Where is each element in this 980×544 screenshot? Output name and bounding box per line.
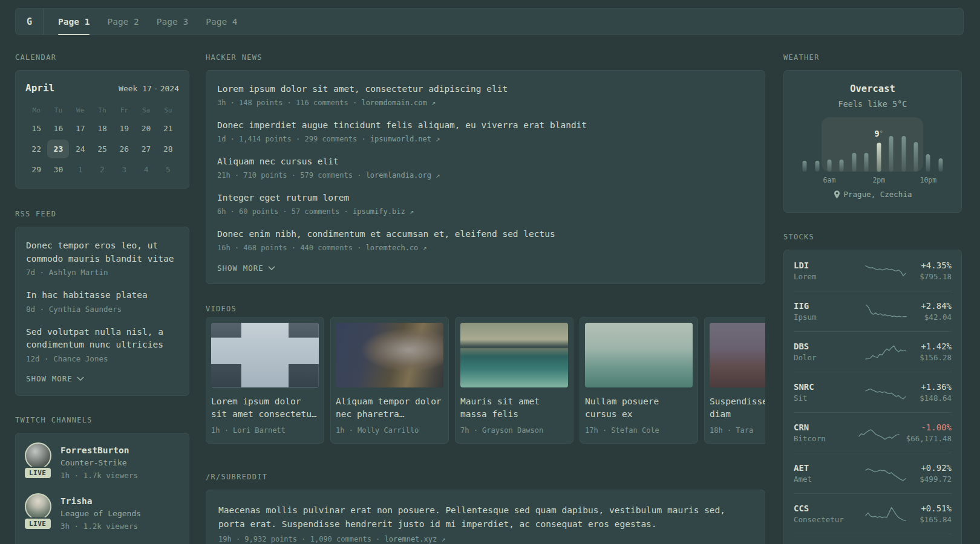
rss-section-label: RSS FEED — [15, 210, 189, 218]
hn-item-link[interactable]: loremdomain.com ↗ — [361, 99, 436, 107]
sparkline — [852, 343, 920, 361]
video-carousel: Lorem ipsum dolor sit amet consectetu… 1… — [206, 317, 765, 444]
calendar-year: 2024 — [160, 84, 179, 93]
hn-meta-text: 1d · 1,414 points · 299 comments · — [217, 135, 370, 143]
stock-change: +1.42% — [920, 340, 952, 352]
hn-item-title[interactable]: Lorem ipsum dolor sit amet, consectetur … — [217, 83, 754, 96]
tab-page-4[interactable]: Page 4 — [206, 8, 237, 34]
stock-price: $156.28 — [920, 352, 952, 363]
video-title[interactable]: Nullam posuere cursus ex — [585, 395, 693, 421]
stock-row[interactable]: AET Amet +0.92% $499.72 — [794, 453, 952, 493]
hour-label: 10pm — [920, 176, 937, 184]
stock-name: Dolor — [794, 352, 852, 363]
avatar[interactable] — [25, 493, 51, 520]
stock-price: $165.84 — [920, 514, 952, 525]
calendar-day-next-month: 2 — [91, 159, 113, 180]
rss-item: In hac habitasse platea 8d · Cynthia Sau… — [26, 289, 178, 315]
twitch-category[interactable]: Counter-Strike — [60, 456, 138, 470]
hn-item: Aliquam nec cursus elit 21h · 710 points… — [217, 155, 754, 181]
stock-row[interactable]: CCS Consectetur +0.51% $165.84 — [794, 493, 952, 534]
tab-page-2[interactable]: Page 2 — [107, 8, 139, 34]
sparkline — [852, 302, 921, 320]
avatar[interactable] — [25, 442, 51, 469]
calendar-separator-dot: · — [154, 84, 158, 93]
stock-change: +4.35% — [920, 259, 952, 271]
stock-name: Sit — [794, 393, 852, 404]
calendar-day: 27 — [135, 138, 157, 159]
stock-row[interactable]: IIG Ipsum +2.84% $42.04 — [794, 291, 952, 331]
tab-page-1[interactable]: Page 1 — [58, 8, 90, 34]
video-thumbnail[interactable] — [710, 323, 765, 387]
video-thumbnail[interactable] — [211, 323, 319, 387]
hn-item: Donec enim nibh, condimentum et accumsan… — [217, 228, 754, 254]
stock-ticker: SNRC — [794, 381, 852, 393]
rss-item: Sed volutpat nulla nisl, a condimentum n… — [26, 326, 178, 364]
hn-card: Lorem ipsum dolor sit amet, consectetur … — [206, 70, 765, 284]
calendar-day: 22 — [25, 138, 47, 159]
stock-name: Amet — [794, 474, 852, 485]
hn-item-title[interactable]: Donec enim nibh, condimentum et accumsan… — [217, 228, 754, 241]
subreddit-section-label: /R/SUBREDDIT — [206, 473, 765, 481]
calendar-day: 29 — [25, 159, 47, 180]
rss-item-title[interactable]: In hac habitasse platea — [26, 289, 178, 302]
weather-bar: 9° — [872, 117, 884, 172]
hour-label: 6am — [823, 176, 836, 184]
twitch-avatar-wrap: LIVE — [25, 442, 51, 482]
subreddit-card: Maecenas mollis pulvinar erat non posuer… — [206, 490, 765, 544]
stock-row[interactable]: SNRC Sit +1.36% $148.64 — [794, 372, 952, 412]
weather-hourly-chart: 9° — [799, 117, 947, 172]
calendar-widget: CALENDAR April Week 17·2024 Mo Tu We Th … — [15, 53, 189, 189]
tab-page-3[interactable]: Page 3 — [157, 8, 188, 34]
weather-bar — [897, 117, 909, 172]
weekday-label: Sa — [135, 102, 157, 118]
calendar-day: 17 — [70, 118, 91, 138]
rss-show-more-button[interactable]: SHOW MORE — [26, 374, 178, 383]
hn-item-title[interactable]: Integer eget rutrum lorem — [217, 192, 754, 204]
hn-meta-text: 3h · 148 points · 116 comments · — [217, 99, 361, 107]
sparkline — [852, 424, 906, 442]
video-title[interactable]: Lorem ipsum dolor sit amet consectetu… — [211, 395, 319, 421]
rss-item-title[interactable]: Sed volutpat nulla nisl, a condimentum n… — [26, 326, 178, 352]
live-badge: LIVE — [24, 517, 52, 530]
hn-show-more-button[interactable]: SHOW MORE — [217, 264, 754, 273]
stock-row[interactable]: LDI Lorem +4.35% $795.18 — [794, 250, 952, 291]
current-temp-label: 9° — [875, 129, 883, 138]
video-title[interactable]: Mauris sit amet massa felis — [460, 395, 568, 421]
video-thumbnail[interactable] — [460, 323, 568, 387]
weather-bar — [799, 117, 811, 172]
video-thumbnail[interactable] — [336, 323, 443, 387]
twitch-category[interactable]: League of Legends — [60, 507, 141, 520]
hn-item-link[interactable]: loremlandia.org ↗ — [366, 171, 440, 180]
reddit-post-link[interactable]: loremnet.xyz ↗ — [385, 535, 446, 543]
stock-row[interactable]: AHS +0.46% — [794, 534, 952, 544]
hn-item-link[interactable]: ipsumify.biz ↗ — [353, 207, 414, 216]
rss-card: Donec tempor eros leo, ut commodo mauris… — [15, 227, 189, 396]
logo-button[interactable]: G — [16, 8, 44, 34]
video-title[interactable]: Suspendisse potenti diam — [710, 395, 765, 421]
hn-item-link[interactable]: ipsumworld.net ↗ — [370, 135, 440, 143]
twitch-viewers: 1h · 1.7k viewers — [60, 470, 138, 482]
calendar-month: April — [25, 82, 54, 95]
rss-item-meta: 7d · Ashlyn Martin — [26, 267, 178, 278]
rss-item-meta: 8d · Cynthia Saunders — [26, 303, 178, 315]
stock-row[interactable]: CRN Bitcorn -1.00% $66,171.48 — [794, 412, 952, 453]
stock-ticker: DBS — [794, 340, 852, 352]
hn-item-title[interactable]: Aliquam nec cursus elit — [217, 155, 754, 168]
hn-item-title[interactable]: Donec imperdiet augue tincidunt felis al… — [217, 119, 754, 132]
stock-row[interactable]: DBS Dolor +1.42% $156.28 — [794, 331, 952, 372]
weather-condition: Overcast — [796, 83, 949, 95]
twitch-channel-name[interactable]: ForrestBurton — [60, 442, 138, 456]
rss-item-meta: 12d · Chance Jones — [26, 353, 178, 364]
hn-item-link[interactable]: loremtech.co ↗ — [366, 244, 427, 252]
twitch-channel-name[interactable]: Trisha — [60, 493, 141, 507]
video-title[interactable]: Aliquam tempor dolor nec pharetra… — [336, 395, 443, 421]
calendar-day: 18 — [91, 118, 113, 138]
stock-ticker: CRN — [794, 421, 852, 433]
video-thumbnail[interactable] — [585, 323, 693, 387]
rss-item-title[interactable]: Donec tempor eros leo, ut commodo mauris… — [26, 239, 178, 265]
weather-bar — [935, 117, 947, 172]
videos-section-label: VIDEOS — [206, 305, 765, 313]
reddit-post-title[interactable]: Maecenas mollis pulvinar erat non posuer… — [218, 504, 753, 531]
calendar-day: 21 — [157, 118, 179, 138]
weekday-label: Th — [91, 102, 113, 118]
